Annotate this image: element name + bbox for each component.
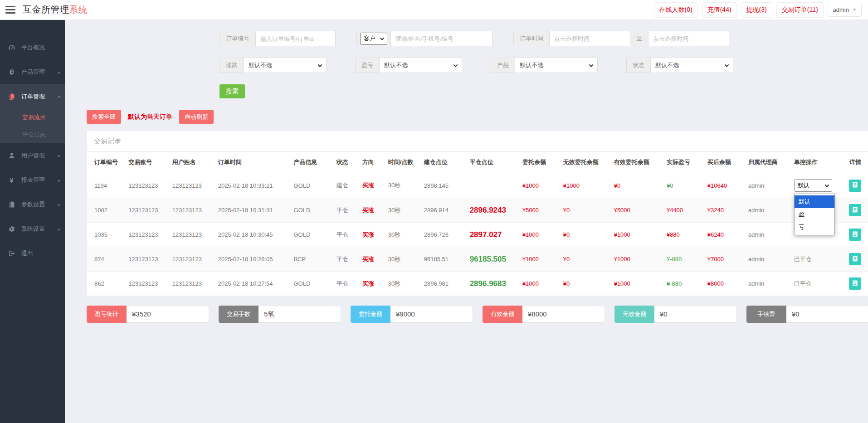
filter-select-value: 默认不选 bbox=[520, 61, 543, 69]
sidebar-subitem[interactable]: 平仓日志 bbox=[0, 126, 65, 143]
online-count-button[interactable]: 在线人数(0) bbox=[654, 2, 698, 18]
order-no-input[interactable] bbox=[256, 31, 336, 46]
customer-select-addon: 客户 bbox=[356, 31, 391, 46]
chevron-down-icon bbox=[589, 63, 594, 67]
time-to-input[interactable] bbox=[649, 31, 729, 46]
customer-type-select[interactable]: 客户 bbox=[360, 33, 387, 45]
dropdown-option[interactable]: 默认 bbox=[795, 195, 834, 208]
sidebar-item-overview[interactable]: 平台概况 bbox=[0, 35, 65, 60]
sidebar-item-system[interactable]: 系统设置▸ bbox=[0, 217, 65, 241]
document-lines-icon bbox=[852, 255, 858, 263]
trade-table: 订单编号交易账号用户姓名订单时间产品信息状态方向时间/点数建仓点位平仓点位委托余… bbox=[87, 152, 868, 296]
menu-toggle-icon[interactable] bbox=[5, 6, 15, 14]
summary-row: 盈亏统计¥3520交易手数5笔委托金额¥9000有效金额¥8000无效金额¥0手… bbox=[87, 306, 868, 323]
summary-label: 无效金额 bbox=[614, 306, 654, 323]
summary-trade-count: 交易手数5笔 bbox=[219, 306, 341, 323]
search-button[interactable]: 搜索 bbox=[219, 84, 245, 98]
filter-select[interactable]: 默认不选 bbox=[651, 58, 733, 73]
column-header-8: 建仓点位 bbox=[420, 152, 466, 173]
detail-button[interactable] bbox=[849, 277, 861, 290]
customer-type-value: 客户 bbox=[364, 34, 375, 43]
bitcoin-icon bbox=[8, 68, 15, 76]
withdraw-button[interactable]: 提现(3) bbox=[741, 2, 772, 18]
chevron-down-icon: ▾ bbox=[58, 94, 60, 99]
sidebar-item-label: 报表管理 bbox=[21, 176, 45, 184]
detail-button[interactable] bbox=[849, 229, 861, 241]
admin-menu[interactable]: admin bbox=[828, 3, 862, 17]
control-select[interactable]: 默认 bbox=[794, 179, 832, 192]
sidebar-item-orders[interactable]: 订单管理▾ bbox=[0, 84, 65, 109]
detail-button[interactable] bbox=[849, 253, 861, 265]
detail-button[interactable] bbox=[849, 180, 861, 192]
sidebar-subitem[interactable]: 交易流水 bbox=[0, 109, 65, 126]
chevron-down-icon bbox=[454, 63, 458, 67]
filter-form: 订单编号 客户 订单时间 至 bbox=[87, 31, 868, 98]
dropdown-option[interactable]: 亏 bbox=[795, 221, 834, 233]
gear-icon bbox=[8, 225, 15, 233]
sidebar-item-params[interactable]: 参数设置▸ bbox=[0, 192, 65, 217]
order-time-filter: 订单时间 至 bbox=[513, 31, 729, 46]
dropdown-option[interactable]: 盈 bbox=[795, 208, 834, 221]
trade-orders-button[interactable]: 交易订单(11) bbox=[776, 2, 824, 18]
summary-entrust-amount: 委托金额¥9000 bbox=[351, 306, 473, 323]
table-row: 10821231231231231231232025-02-18 10:31:3… bbox=[87, 198, 868, 223]
sidebar-item-label: 订单管理 bbox=[21, 92, 45, 101]
filter-select[interactable]: 默认不选 bbox=[244, 58, 327, 73]
app-title: 互金所管理系统 bbox=[23, 4, 88, 16]
order-no-filter: 订单编号 bbox=[219, 31, 336, 46]
panel-title: 交易记录 bbox=[87, 131, 868, 152]
recharge-button[interactable]: 充值(44) bbox=[702, 2, 737, 18]
document-lines-icon bbox=[852, 280, 858, 288]
column-header-2: 用户姓名 bbox=[169, 152, 215, 173]
search-all-button[interactable]: 搜索全部 bbox=[87, 110, 121, 124]
customer-input[interactable] bbox=[391, 31, 493, 46]
sidebar-item-label: 用户管理 bbox=[21, 151, 45, 160]
top-header: 互金所管理系统 在线人数(0)充值(44)提现(3)交易订单(11)admin bbox=[0, 0, 868, 20]
summary-label: 手续费 bbox=[746, 306, 786, 323]
order-time-label: 订单时间 bbox=[513, 31, 550, 46]
order-no-label: 订单编号 bbox=[219, 31, 256, 46]
chevron-right-icon: ▸ bbox=[58, 227, 60, 232]
summary-valid-amount: 有效金额¥8000 bbox=[483, 306, 605, 323]
chevron-right-icon: ▸ bbox=[58, 178, 60, 183]
column-header-13: 实际盈亏 bbox=[663, 152, 704, 173]
chevron-down-icon bbox=[824, 183, 829, 187]
trade-records-panel: 交易记录 订单编号交易账号用户姓名订单时间产品信息状态方向时间/点数建仓点位平仓… bbox=[87, 131, 868, 297]
column-header-9: 平仓点位 bbox=[466, 152, 519, 173]
sidebar-item-reports[interactable]: ¥报表管理▸ bbox=[0, 168, 65, 192]
detail-button[interactable] bbox=[849, 204, 861, 216]
filter-select-value: 默认不选 bbox=[249, 61, 272, 69]
summary-value: ¥0 bbox=[654, 306, 737, 323]
sidebar-item-users[interactable]: 用户管理▸ bbox=[0, 143, 65, 168]
control-select-value: 默认 bbox=[798, 181, 809, 190]
filter-select[interactable]: 默认不选 bbox=[515, 58, 598, 73]
control-dropdown: 默认盈亏 bbox=[794, 194, 835, 235]
filter-label: 状态 bbox=[626, 58, 651, 73]
column-header-0: 订单编号 bbox=[87, 152, 125, 173]
app-title-main: 互金所管理 bbox=[23, 5, 69, 15]
chevron-down-icon bbox=[853, 9, 856, 11]
main-content: 订单编号 客户 订单时间 至 bbox=[65, 20, 868, 423]
time-from-input[interactable] bbox=[550, 31, 630, 46]
auto-refresh-button[interactable]: 自动刷新 bbox=[179, 110, 214, 124]
default-today-note: 默认为当天订单 bbox=[128, 113, 172, 121]
document-lines-icon bbox=[852, 181, 858, 190]
sidebar-item-products[interactable]: 产品管理▸ bbox=[0, 60, 65, 84]
to-label: 至 bbox=[630, 31, 649, 46]
logout-icon bbox=[8, 250, 15, 258]
column-header-5: 状态 bbox=[333, 152, 359, 173]
sidebar-item-label: 系统设置 bbox=[21, 225, 45, 233]
column-header-4: 产品信息 bbox=[290, 152, 332, 173]
column-header-17: 详情 bbox=[843, 152, 868, 173]
summary-label: 盈亏统计 bbox=[87, 306, 127, 323]
column-header-1: 交易账号 bbox=[125, 152, 169, 173]
chevron-down-icon bbox=[380, 36, 385, 40]
summary-fee: 手续费¥0 bbox=[746, 306, 868, 323]
column-header-10: 委托余额 bbox=[519, 152, 560, 173]
sidebar: 平台概况产品管理▸订单管理▾交易流水平仓日志用户管理▸¥报表管理▸参数设置▸系统… bbox=[0, 20, 65, 423]
user-icon bbox=[8, 152, 15, 160]
table-row: 11941231231231231231232025-02-18 10:33:2… bbox=[87, 173, 868, 198]
sidebar-item-logout[interactable]: 退出 bbox=[0, 241, 65, 266]
filter-label: 盈亏 bbox=[355, 58, 380, 73]
filter-select[interactable]: 默认不选 bbox=[380, 58, 462, 73]
